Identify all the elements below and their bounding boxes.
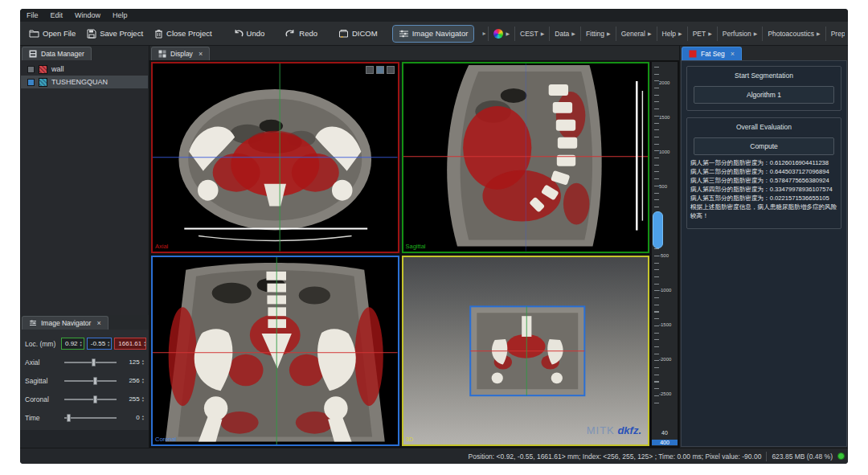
menu-data-label: Data [555, 30, 569, 38]
tab-image-navigator[interactable]: Image Navigator × [22, 316, 108, 330]
menu-general[interactable]: General▶ [616, 27, 657, 41]
menu-perfusion[interactable]: Perfusion▶ [717, 27, 763, 41]
image-navigator-button[interactable]: Image Navigator [393, 26, 474, 42]
scale-label: -500 [659, 253, 677, 258]
tab-fat-seg[interactable]: Fat Seg × [682, 47, 742, 60]
location-y-spinbox[interactable]: -0.55▴▾ [87, 338, 113, 350]
menu-help-views[interactable]: Help▶ [657, 27, 687, 41]
window-value[interactable]: 400 [652, 440, 678, 445]
redo-button[interactable]: Redo [280, 26, 323, 42]
axial-viewport[interactable]: Axial [151, 62, 399, 253]
trash-icon [154, 29, 163, 39]
submenu-arrow-icon: ▶ [648, 31, 652, 36]
time-slider[interactable] [64, 417, 117, 419]
location-x-value: 0.92 [65, 340, 78, 347]
axial-slider-label: Axial [25, 358, 59, 366]
sagittal-view-label: Sagittal [406, 243, 426, 250]
scale-label: -1500 [659, 322, 677, 327]
spinner-arrows-icon[interactable]: ▴▾ [142, 378, 144, 384]
threed-viewport[interactable]: MITK dkfz. 3D [402, 256, 650, 447]
close-icon[interactable]: × [731, 50, 735, 58]
sagittal-viewport[interactable]: Sagittal [402, 62, 650, 253]
menu-data[interactable]: Data▶ [549, 27, 580, 41]
algorithm-1-button[interactable]: Algorithm 1 [694, 86, 834, 104]
menu-preprocessing[interactable]: Preprocessing▶ [825, 27, 845, 41]
menu-window[interactable]: Window [75, 11, 100, 19]
menu-help[interactable]: Help [113, 11, 128, 19]
display-tab-icon [158, 50, 166, 58]
visibility-checkbox[interactable] [27, 66, 35, 73]
close-icon[interactable]: × [199, 50, 203, 58]
dicom-button[interactable]: DICOM [333, 26, 383, 42]
layout-menu-icon[interactable] [376, 66, 384, 74]
crosshair-toggle-icon[interactable] [366, 66, 374, 74]
position-status-text: Position: <0.92, -0.55, 1661.61> mm; Ind… [469, 452, 762, 461]
menu-photoacoustics[interactable]: Photoacoustics▶ [762, 27, 825, 41]
sagittal-slider-label: Sagittal [25, 377, 59, 385]
coronal-viewport[interactable]: Coronal [151, 256, 399, 447]
image-navigator-body: Loc. (mm) 0.92▴▾ -0.55▴▾ 1661.61▴▾ Axial… [20, 330, 149, 430]
open-file-button[interactable]: Open File [23, 26, 81, 41]
menu-preprocessing-label: Preprocessing [831, 30, 845, 38]
menu-pet[interactable]: PET▶ [687, 27, 717, 41]
sagittal-slider[interactable] [64, 380, 117, 382]
scale-label: -2000 [659, 357, 677, 362]
threed-scene-image [403, 257, 649, 445]
scale-label: 2000 [659, 80, 677, 85]
level-window-slider[interactable]: 2000 1500 1000 500 0 -500 -1000 -1500 -2… [652, 62, 678, 446]
spinner-arrows-icon[interactable]: ▴▾ [142, 359, 144, 366]
compute-button[interactable]: Compute [694, 137, 834, 155]
result-line: 病人第一部分的脂肪密度为：0.6126016904411238 [690, 158, 839, 167]
level-value[interactable]: 40 [652, 430, 678, 436]
tab-data-manager[interactable]: Data Manager [22, 47, 92, 60]
slider-thumb[interactable] [92, 358, 96, 366]
redo-label: Redo [299, 29, 317, 38]
fullscreen-icon[interactable] [387, 66, 395, 74]
location-z-value: 1661.61 [118, 340, 141, 347]
result-line: 病人第四部分的脂肪密度为：0.33479978936107574 [690, 185, 839, 194]
location-z-spinbox[interactable]: 1661.61▴▾ [114, 338, 146, 350]
spinner-arrows-icon[interactable]: ▴▾ [80, 341, 82, 347]
menu-fitting[interactable]: Fitting▶ [580, 27, 616, 41]
tab-display[interactable]: Display × [151, 47, 210, 60]
data-node-wall[interactable]: wall [21, 63, 148, 76]
time-slider-value: 0 [122, 414, 140, 421]
colormap-menu[interactable]: ▶ [488, 27, 514, 41]
slider-thumb[interactable] [67, 414, 71, 422]
menu-fitting-label: Fitting [586, 30, 604, 38]
spinner-arrows-icon[interactable]: ▴▾ [144, 341, 145, 347]
submenu-arrow-icon: ▶ [817, 31, 821, 36]
toolbar-overflow-arrow-icon[interactable]: ▸ [480, 30, 488, 37]
data-node-tushengquan[interactable]: TUSHENGQUAN [21, 76, 148, 88]
undo-arrow-icon [233, 29, 244, 39]
coronal-slider-label: Coronal [25, 395, 59, 403]
data-manager-tree: wall TUSHENGQUAN [21, 60, 148, 315]
menu-file[interactable]: File [27, 11, 39, 19]
undo-label: Undo [247, 29, 265, 38]
open-folder-icon [29, 29, 39, 38]
slider-thumb[interactable] [93, 395, 97, 403]
spinner-arrows-icon[interactable]: ▴▾ [142, 415, 144, 421]
location-y-value: -0.55 [91, 340, 105, 347]
close-icon[interactable]: × [96, 319, 100, 327]
display-tabbar: Display × [149, 46, 679, 60]
slider-thumb[interactable] [93, 377, 97, 385]
spinner-arrows-icon[interactable]: ▴▾ [108, 341, 109, 347]
view-menu-strip: ▸ ▶ CEST▶ Data▶ Fitting▶ General▶ Help▶ … [480, 22, 845, 45]
close-project-button[interactable]: Close Project [149, 26, 218, 42]
visibility-checkbox[interactable] [27, 79, 35, 86]
fat-seg-tabbar: Fat Seg × [680, 46, 848, 60]
spinner-arrows-icon[interactable]: ▴▾ [142, 396, 144, 403]
fat-seg-tab-label: Fat Seg [701, 50, 725, 58]
location-x-spinbox[interactable]: 0.92▴▾ [61, 338, 84, 350]
axial-slider[interactable] [64, 362, 117, 363]
menu-cest[interactable]: CEST▶ [514, 27, 549, 41]
memory-usage-text: 623.85 MB (0.48 %) [772, 452, 833, 461]
scale-label: 1500 [659, 115, 677, 120]
data-manager-tab-label: Data Manager [41, 50, 84, 58]
save-project-button[interactable]: Save Project [81, 26, 149, 42]
coronal-slider[interactable] [64, 399, 117, 400]
undo-button[interactable]: Undo [227, 26, 271, 42]
level-window-handle[interactable] [653, 211, 663, 248]
menu-edit[interactable]: Edit [51, 11, 63, 19]
